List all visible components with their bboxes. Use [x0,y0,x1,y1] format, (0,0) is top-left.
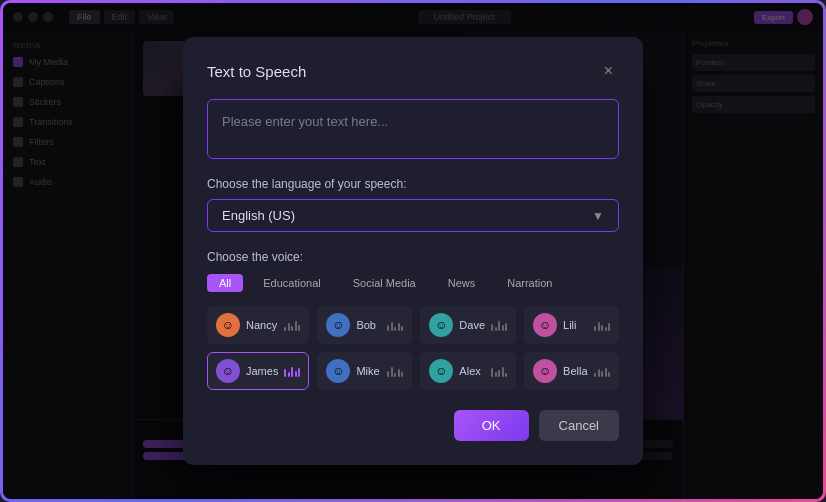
filter-tab-narration[interactable]: Narration [495,274,564,292]
text-input-placeholder: Please enter yout text here... [222,114,388,129]
voice-mike[interactable]: ☺ Mike [317,352,412,390]
voice-name-james: James [246,365,278,377]
voice-avatar-bob: ☺ [326,313,350,337]
voice-waves-bella [594,365,610,377]
modal-footer: OK Cancel [207,410,619,441]
voice-waves-bob [387,319,403,331]
voice-bob[interactable]: ☺ Bob [317,306,412,344]
voice-nancy[interactable]: ☺ Nancy [207,306,309,344]
filter-tab-social[interactable]: Social Media [341,274,428,292]
filter-tab-educational[interactable]: Educational [251,274,333,292]
voice-bella[interactable]: ☺ Bella [524,352,619,390]
voice-waves-james [284,365,300,377]
voice-avatar-james: ☺ [216,359,240,383]
voice-avatar-lili: ☺ [533,313,557,337]
voice-alex[interactable]: ☺ Alex [420,352,516,390]
voice-name-nancy: Nancy [246,319,278,331]
text-input-area[interactable]: Please enter yout text here... [207,99,619,159]
voice-avatar-alex: ☺ [429,359,453,383]
voice-lili[interactable]: ☺ Lili [524,306,619,344]
language-dropdown[interactable]: English (US) ▼ [207,199,619,232]
voice-avatar-mike: ☺ [326,359,350,383]
voice-filter-tabs: All Educational Social Media News Narrat… [207,274,619,292]
text-to-speech-modal: Text to Speech × Please enter yout text … [183,37,643,465]
language-section-label: Choose the language of your speech: [207,177,619,191]
voice-name-dave: Dave [459,319,485,331]
language-value: English (US) [222,208,295,223]
voice-section-label: Choose the voice: [207,250,619,264]
filter-tab-all[interactable]: All [207,274,243,292]
voice-waves-dave [491,319,507,331]
modal-close-button[interactable]: × [598,61,619,81]
voice-avatar-bella: ☺ [533,359,557,383]
modal-header: Text to Speech × [207,61,619,81]
modal-overlay: Text to Speech × Please enter yout text … [3,3,823,499]
voice-avatar-dave: ☺ [429,313,453,337]
voice-grid: ☺ Nancy ☺ Bob [207,306,619,390]
cancel-button[interactable]: Cancel [539,410,619,441]
modal-title: Text to Speech [207,63,306,80]
voice-dave[interactable]: ☺ Dave [420,306,516,344]
voice-name-bob: Bob [356,319,381,331]
voice-name-alex: Alex [459,365,485,377]
voice-name-mike: Mike [356,365,381,377]
filter-tab-news[interactable]: News [436,274,488,292]
voice-name-lili: Lili [563,319,588,331]
ok-button[interactable]: OK [454,410,529,441]
voice-waves-alex [491,365,507,377]
voice-waves-mike [387,365,403,377]
voice-james[interactable]: ☺ James [207,352,309,390]
voice-waves-nancy [284,319,300,331]
voice-avatar-nancy: ☺ [216,313,240,337]
voice-name-bella: Bella [563,365,588,377]
voice-waves-lili [594,319,610,331]
chevron-down-icon: ▼ [592,209,604,223]
